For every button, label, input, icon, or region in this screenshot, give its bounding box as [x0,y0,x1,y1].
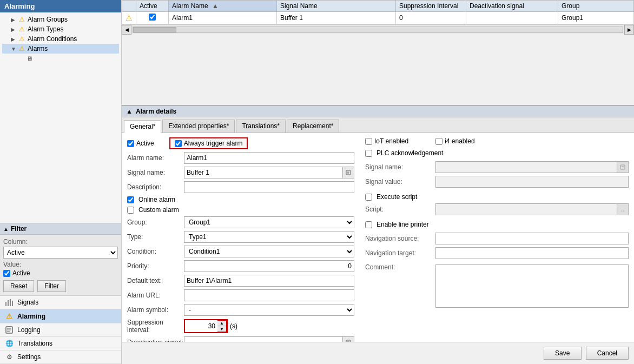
svg-rect-8 [346,170,351,175]
alarm-symbol-select[interactable]: - [184,304,354,316]
alarm-name-cell: Alarm1 [169,12,277,24]
deactivation-input[interactable] [184,336,342,342]
active-main-checkbox[interactable] [127,140,134,147]
nav-item-alarming[interactable]: ⚠ Alarming [0,309,121,323]
tab-replacement[interactable]: Replacement* [287,120,339,133]
reset-button[interactable]: Reset [3,280,34,292]
sidebar-item-alarm-types[interactable]: ▶ ⚠ Alarm Types [2,24,119,34]
nav-target-input[interactable] [435,247,629,259]
signal-name-right-input[interactable] [435,161,617,173]
default-text-row: Default text: [127,275,354,287]
active-checkbox[interactable] [149,14,156,21]
active-checkbox-group: Active [127,140,154,147]
line-printer-label: Enable line printer [377,221,429,228]
column-select[interactable]: Active [3,247,118,259]
tab-translations[interactable]: Translations* [236,120,286,133]
priority-input[interactable] [184,260,354,272]
plc-ack-checkbox[interactable] [365,150,372,157]
th-warning [122,1,136,12]
filter-section: ▲ Filter Column: Active Value: Active [0,223,121,295]
spin-down-button[interactable]: ▼ [217,326,226,332]
detail-header: ▲ Alarm details [122,105,634,117]
svg-text:…: … [620,207,625,212]
alarm-types-icon: ⚠ [17,25,26,33]
nav-item-settings[interactable]: ⚙ Settings [0,350,121,364]
signal-name-left-input[interactable] [184,167,342,178]
tabs-bar: General* Extended properties* Translatio… [122,117,634,133]
signal-name-right-input-group [435,161,629,173]
active-cell[interactable] [136,12,169,24]
signal-value-row: Signal value: [365,176,629,188]
scrollbar-track[interactable] [133,27,623,33]
execute-script-checkbox[interactable] [365,194,372,201]
sidebar-item-alarms[interactable]: ▼ ⚠ Alarms [2,44,119,54]
filter-button[interactable]: Filter [37,280,66,292]
alarm-name-input[interactable] [184,152,354,164]
detail-collapse-button[interactable]: ▲ [126,108,133,115]
default-text-input[interactable] [184,275,354,287]
horizontal-scrollbar[interactable]: ◀ ▶ [122,24,634,34]
online-alarm-checkbox[interactable] [127,196,134,203]
scrollbar-thumb[interactable] [133,27,176,32]
signal-name-right-browse-button [617,161,629,173]
sidebar-item-alarm-conditions[interactable]: ▶ ⚠ Alarm Conditions [2,34,119,44]
tab-extended[interactable]: Extended properties* [162,120,235,133]
bottom-buttons: Save Cancel [122,342,634,364]
cancel-button[interactable]: Cancel [586,347,629,360]
scroll-right-arrow[interactable]: ▶ [624,25,634,35]
type-select[interactable]: Type1 [184,231,354,243]
nav-target-label: Navigation target: [365,249,435,257]
active-main-label: Active [136,140,154,147]
th-deactivation-label: Deactivation signal [470,2,524,10]
suppression-row: Suppression interval: ▲ ▼ (s) [127,319,354,334]
default-text-label: Default text: [127,277,184,284]
iot-enabled-checkbox[interactable] [365,138,372,145]
active-filter-checkbox[interactable] [3,270,10,277]
group-row: Group: Group1 [127,216,354,228]
nav-source-input[interactable] [435,233,629,244]
nav-source-row: Navigation source: [365,233,629,244]
nav-item-signals[interactable]: Signals [0,296,121,309]
condition-select[interactable]: Condition1 [184,246,354,257]
th-group-label: Group [562,2,579,10]
i4-enabled-checkbox[interactable] [435,138,443,145]
comment-textarea[interactable] [435,264,629,308]
sidebar-item-alarms-child[interactable]: ▶ 🖥 [2,54,119,63]
th-deactivation[interactable]: Deactivation signal [466,1,558,12]
th-signal-name[interactable]: Signal Name [277,1,396,12]
suppression-cell: 0 [396,12,466,24]
always-trigger-button[interactable]: Always trigger alarm [169,137,248,149]
app-title: Alarming [0,0,121,12]
description-input[interactable] [184,181,354,193]
active-row: Active Always trigger alarm [127,137,354,149]
detail-panel: ▲ Alarm details General* Extended proper… [122,105,634,364]
tab-general[interactable]: General* [124,120,161,133]
nav-item-translations[interactable]: 🌐 Translations [0,337,121,350]
group-select[interactable]: Group1 [184,216,354,228]
alarm-url-input[interactable] [184,289,354,301]
svg-rect-0 [5,302,6,306]
alarm-conditions-label: Alarm Conditions [28,35,77,43]
custom-alarm-row: Custom alarm [127,206,354,214]
th-alarm-name[interactable]: Alarm Name ▲ [169,1,277,12]
custom-alarm-checkbox[interactable] [127,207,134,214]
filter-header[interactable]: ▲ Filter [0,223,121,235]
th-active[interactable]: Active [136,1,169,12]
spin-up-button[interactable]: ▲ [217,321,226,326]
suppression-input[interactable] [185,320,217,332]
detail-title: Alarm details [136,108,176,115]
table-row[interactable]: ⚠ Alarm1 Buffer 1 0 Group1 [122,12,634,24]
line-printer-checkbox[interactable] [365,221,372,228]
translations-icon: 🌐 [4,340,14,347]
always-trigger-checkbox[interactable] [175,140,182,147]
deactivation-browse-button[interactable] [342,336,354,342]
th-suppression[interactable]: Suppression Interval [396,1,466,12]
scroll-left-arrow[interactable]: ◀ [122,25,131,35]
sidebar-item-alarm-groups[interactable]: ▶ ⚠ Alarm Groups [2,15,119,24]
expand-icon: ▼ [11,46,16,52]
column-label: Column: [3,238,118,246]
signal-name-browse-button[interactable] [342,167,354,178]
nav-item-logging[interactable]: Logging [0,323,121,337]
th-group[interactable]: Group [558,1,634,12]
save-button[interactable]: Save [544,347,582,360]
